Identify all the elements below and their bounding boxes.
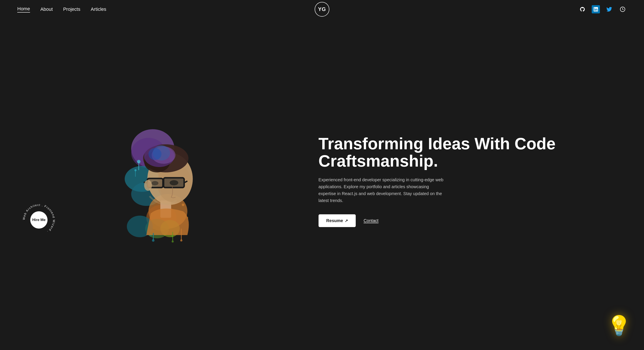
logo-initials: YG	[318, 6, 326, 12]
hero-subtitle: Experienced front-end developer speciali…	[318, 176, 444, 204]
navbar: Home About Projects Articles YG	[0, 0, 644, 18]
contact-label: Contact	[364, 218, 378, 223]
svg-point-35	[152, 181, 158, 185]
hire-me-badge[interactable]: Hire Me Web Architect . Frontend Wizard …	[22, 203, 56, 237]
github-icon[interactable]	[578, 5, 586, 14]
external-link-icon: ↗	[345, 218, 348, 223]
resume-label: Resume	[326, 218, 343, 223]
hire-me-button[interactable]: Hire Me	[30, 211, 48, 228]
svg-rect-16	[138, 162, 139, 170]
hero-actions: Resume ↗ Contact	[318, 214, 627, 227]
hero-section: Hire Me Web Architect . Frontend Wizard …	[0, 18, 644, 344]
contact-button[interactable]: Contact	[364, 218, 378, 223]
svg-point-34	[170, 180, 178, 185]
nav-left: Home About Projects Articles	[17, 6, 106, 12]
hero-title: Transforming Ideas With Code Craftsmansh…	[318, 135, 627, 170]
logo-badge[interactable]: YG	[315, 2, 329, 17]
nav-link-home[interactable]: Home	[17, 6, 30, 12]
portrait-svg	[118, 118, 209, 244]
nav-link-articles[interactable]: Articles	[91, 6, 106, 12]
nav-link-about[interactable]: About	[40, 6, 53, 12]
svg-rect-40	[181, 228, 182, 240]
svg-point-42	[172, 240, 174, 242]
svg-point-12	[182, 204, 184, 206]
hire-me-label: Hire Me	[32, 218, 46, 222]
hero-image-area: Hire Me Web Architect . Frontend Wizard …	[17, 116, 310, 246]
resume-button[interactable]: Resume ↗	[318, 214, 356, 227]
svg-point-43	[180, 240, 182, 242]
svg-rect-17	[135, 170, 136, 177]
svg-point-26	[148, 148, 162, 160]
clock-icon[interactable]	[618, 5, 627, 14]
hero-content: Transforming Ideas With Code Craftsmansh…	[310, 135, 627, 227]
twitter-icon[interactable]	[605, 5, 613, 14]
linkedin-icon[interactable]	[592, 5, 600, 14]
svg-rect-39	[172, 232, 173, 242]
nav-social	[578, 5, 627, 14]
portrait-container	[118, 118, 209, 244]
lightbulb-icon: 💡	[607, 314, 631, 337]
nav-link-projects[interactable]: Projects	[63, 6, 80, 12]
svg-point-37	[146, 182, 151, 189]
svg-point-41	[152, 239, 154, 242]
